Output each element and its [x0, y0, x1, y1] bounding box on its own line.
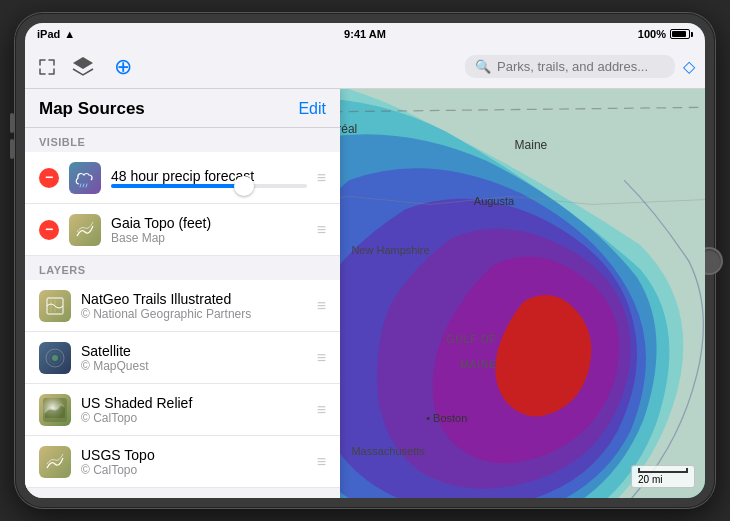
search-input[interactable]: [497, 59, 665, 74]
battery-body: [670, 29, 690, 39]
usgs-text: USGS Topo © CalTopo: [81, 447, 307, 477]
toolbar-right: 🔍 ◇: [465, 55, 695, 78]
svg-point-4: [52, 355, 58, 361]
slider-fill: [111, 184, 248, 188]
drag-handle-gaiatopo[interactable]: ≡: [317, 221, 326, 239]
battery-fill: [672, 31, 686, 37]
natgeo-subtitle: © National Geographic Partners: [81, 307, 307, 321]
natgeo-text: NatGeo Trails Illustrated © National Geo…: [81, 291, 307, 321]
panel-header: Map Sources Edit: [25, 89, 340, 128]
section-visible: VISIBLE: [25, 128, 340, 152]
satellite-title: Satellite: [81, 343, 307, 359]
gaiatopo-icon: [69, 214, 101, 246]
list-item-usgs[interactable]: USGS Topo © CalTopo ≡: [25, 436, 340, 488]
list-item-gaiatopo[interactable]: Gaia Topo (feet) Base Map ≡: [25, 204, 340, 256]
vol-down: [10, 139, 14, 159]
usgs-subtitle: © CalTopo: [81, 463, 307, 477]
natgeo-icon: [39, 290, 71, 322]
tablet-screen: iPad ▲ 9:41 AM 100%: [25, 23, 705, 498]
toolbar-left: ⊕: [35, 51, 139, 83]
satellite-icon-img: [39, 342, 71, 374]
relief-text: US Shaded Relief © CalTopo: [81, 395, 307, 425]
search-bar[interactable]: 🔍: [465, 55, 675, 78]
precip-slider-container[interactable]: [111, 184, 307, 188]
ipad-label: iPad: [37, 28, 60, 40]
list-item-natgeo[interactable]: NatGeo Trails Illustrated © National Geo…: [25, 280, 340, 332]
add-source-icon[interactable]: ⊕: [107, 51, 139, 83]
status-right: 100%: [638, 28, 693, 40]
relief-subtitle: © CalTopo: [81, 411, 307, 425]
section-overlays: OVERLAYS: [25, 488, 340, 498]
relief-title: US Shaded Relief: [81, 395, 307, 411]
usgs-title: USGS Topo: [81, 447, 307, 463]
scale-label: 20 mi: [638, 474, 662, 485]
list-item-precip[interactable]: 48 hour precip forecast ≡: [25, 152, 340, 204]
side-panel: Map Sources Edit VISIBLE: [25, 89, 340, 498]
satellite-text: Satellite © MapQuest: [81, 343, 307, 373]
wifi-icon: ▲: [64, 28, 75, 40]
precip-text: 48 hour precip forecast: [111, 168, 307, 188]
status-left: iPad ▲: [37, 28, 75, 40]
remove-precip-button[interactable]: [39, 168, 59, 188]
remove-gaiatopo-button[interactable]: [39, 220, 59, 240]
list-item-relief[interactable]: US Shaded Relief © CalTopo ≡: [25, 384, 340, 436]
drag-handle-satellite[interactable]: ≡: [317, 349, 326, 367]
battery-icon: [670, 29, 693, 39]
drag-handle-natgeo[interactable]: ≡: [317, 297, 326, 315]
status-bar: iPad ▲ 9:41 AM 100%: [25, 23, 705, 45]
location-icon[interactable]: ◇: [683, 57, 695, 76]
battery-pct: 100%: [638, 28, 666, 40]
panel-edit-button[interactable]: Edit: [298, 100, 326, 118]
relief-icon: [39, 394, 71, 426]
scale-bar: 20 mi: [631, 465, 695, 488]
satellite-subtitle: © MapQuest: [81, 359, 307, 373]
gaiatopo-subtitle: Base Map: [111, 231, 307, 245]
section-layers: LAYERS: [25, 256, 340, 280]
search-magnifier-icon: 🔍: [475, 59, 491, 74]
usgs-icon: [39, 446, 71, 478]
precip-icon: [69, 162, 101, 194]
natgeo-title: NatGeo Trails Illustrated: [81, 291, 307, 307]
battery-tip: [691, 32, 693, 37]
drag-handle-precip[interactable]: ≡: [317, 169, 326, 187]
slider-thumb[interactable]: [234, 176, 254, 196]
main-content: Montréal Maine Burlington Augusta Vermon…: [25, 89, 705, 498]
drag-handle-usgs[interactable]: ≡: [317, 453, 326, 471]
expand-icon[interactable]: [35, 55, 59, 79]
precip-title: 48 hour precip forecast: [111, 168, 307, 184]
tablet-frame: iPad ▲ 9:41 AM 100%: [15, 13, 715, 508]
layers-icon[interactable]: [67, 51, 99, 83]
time-display: 9:41 AM: [344, 28, 386, 40]
volume-buttons: [10, 113, 14, 159]
slider-track[interactable]: [111, 184, 307, 188]
vol-up: [10, 113, 14, 133]
drag-handle-relief[interactable]: ≡: [317, 401, 326, 419]
panel-scroll[interactable]: VISIBLE 48 hour precip forecast: [25, 128, 340, 498]
list-item-satellite[interactable]: Satellite © MapQuest ≡: [25, 332, 340, 384]
gaiatopo-title: Gaia Topo (feet): [111, 215, 307, 231]
gaiatopo-text: Gaia Topo (feet) Base Map: [111, 215, 307, 245]
toolbar: ⊕ 🔍 ◇: [25, 45, 705, 89]
panel-title: Map Sources: [39, 99, 145, 119]
